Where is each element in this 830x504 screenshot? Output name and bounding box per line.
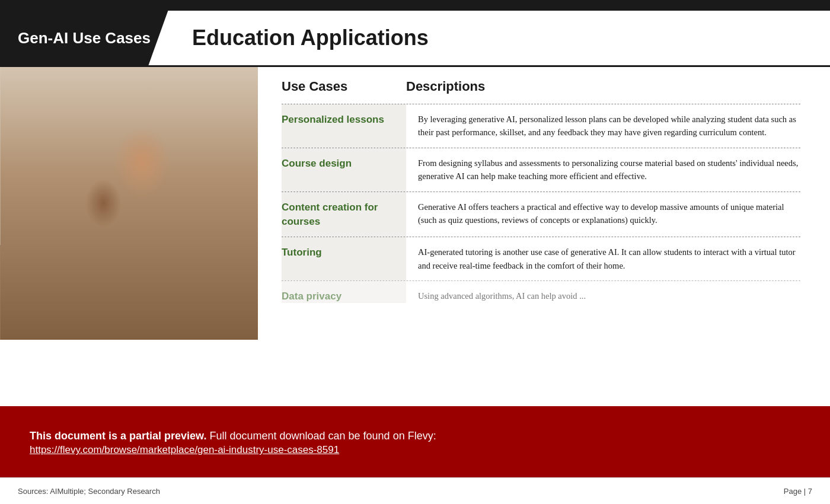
top-bar xyxy=(0,0,830,11)
svg-rect-8 xyxy=(50,178,56,186)
table-row: Personalized lessons By leveraging gener… xyxy=(282,104,800,148)
svg-point-22 xyxy=(102,219,135,243)
brand-label: Gen-AI Use Cases xyxy=(0,10,168,66)
svg-point-20 xyxy=(152,169,192,202)
svg-rect-11 xyxy=(0,245,258,340)
svg-rect-4 xyxy=(39,189,116,197)
use-case-cell: Personalized lessons xyxy=(282,104,406,148)
use-case-label: Personalized lessons xyxy=(282,114,384,125)
page-title: Education Applications xyxy=(168,25,429,50)
preview-bold-text: This document is a partial preview. xyxy=(30,430,206,442)
description-cell: By leveraging generative AI, personalize… xyxy=(406,104,800,148)
svg-rect-0 xyxy=(0,67,258,340)
use-case-label-partial: Data privacy xyxy=(282,291,341,302)
use-case-label: Tutoring xyxy=(282,247,322,258)
svg-rect-1 xyxy=(0,67,258,245)
photo-placeholder xyxy=(0,67,258,340)
svg-rect-12 xyxy=(12,269,258,280)
svg-rect-3 xyxy=(39,177,116,186)
svg-rect-14 xyxy=(234,280,240,340)
description-cell: From designing syllabus and assessments … xyxy=(406,148,800,192)
description-cell: Generative AI offers teachers a practica… xyxy=(406,192,800,237)
svg-point-23 xyxy=(166,273,190,282)
use-case-label: Content creation for courses xyxy=(282,202,378,227)
description-text-partial: Using advanced algorithms, AI can help a… xyxy=(418,291,586,301)
header: Gen-AI Use Cases Education Applications xyxy=(0,11,830,67)
preview-normal-text: Full document download can be found on F… xyxy=(206,430,436,442)
svg-rect-15 xyxy=(107,245,190,298)
footer: Sources: AIMultiple; Secondary Research … xyxy=(0,477,830,504)
use-case-cell: Course design xyxy=(282,148,406,192)
table-row-partial: Data privacy Using advanced algorithms, … xyxy=(282,280,800,303)
table-row: Tutoring AI-generated tutoring is anothe… xyxy=(282,237,800,280)
use-case-cell-partial: Data privacy xyxy=(282,281,406,303)
svg-rect-2 xyxy=(36,174,119,245)
use-case-label: Course design xyxy=(282,158,352,169)
use-case-cell: Content creation for courses xyxy=(282,192,406,237)
svg-point-24 xyxy=(121,282,140,291)
description-cell-partial: Using advanced algorithms, AI can help a… xyxy=(406,281,800,303)
svg-point-21 xyxy=(103,222,134,256)
footer-source: Sources: AIMultiple; Secondary Research xyxy=(18,487,160,496)
svg-rect-9 xyxy=(57,178,65,186)
svg-rect-13 xyxy=(18,280,24,340)
description-text: From designing syllabus and assessments … xyxy=(418,158,798,181)
table-header: Use Cases Descriptions xyxy=(282,79,800,99)
col-header-use-cases: Use Cases xyxy=(282,79,406,99)
svg-rect-6 xyxy=(39,212,116,221)
svg-rect-17 xyxy=(113,251,184,292)
hero-image xyxy=(0,67,258,340)
svg-rect-18 xyxy=(86,297,210,303)
col-header-descriptions: Descriptions xyxy=(406,79,800,99)
use-case-cell: Tutoring xyxy=(282,237,406,280)
description-text: By leveraging generative AI, personalize… xyxy=(418,114,796,137)
svg-rect-10 xyxy=(66,178,71,186)
preview-text: This document is a partial preview. Full… xyxy=(30,428,800,445)
svg-rect-5 xyxy=(39,200,116,209)
description-cell: AI-generated tutoring is another use cas… xyxy=(406,237,800,280)
table-body: Personalized lessons By leveraging gener… xyxy=(282,104,800,303)
svg-rect-7 xyxy=(42,178,49,186)
svg-point-19 xyxy=(153,176,191,219)
description-text: Generative AI offers teachers a practica… xyxy=(418,202,784,225)
footer-page: Page | 7 xyxy=(784,487,812,496)
preview-banner: This document is a partial preview. Full… xyxy=(0,406,830,477)
description-text: AI-generated tutoring is another use cas… xyxy=(418,247,796,270)
svg-rect-16 xyxy=(110,248,187,295)
table-row: Content creation for courses Generative … xyxy=(282,192,800,237)
preview-link[interactable]: https://flevy.com/browse/marketplace/gen… xyxy=(30,444,800,456)
table-row: Course design From designing syllabus an… xyxy=(282,148,800,192)
